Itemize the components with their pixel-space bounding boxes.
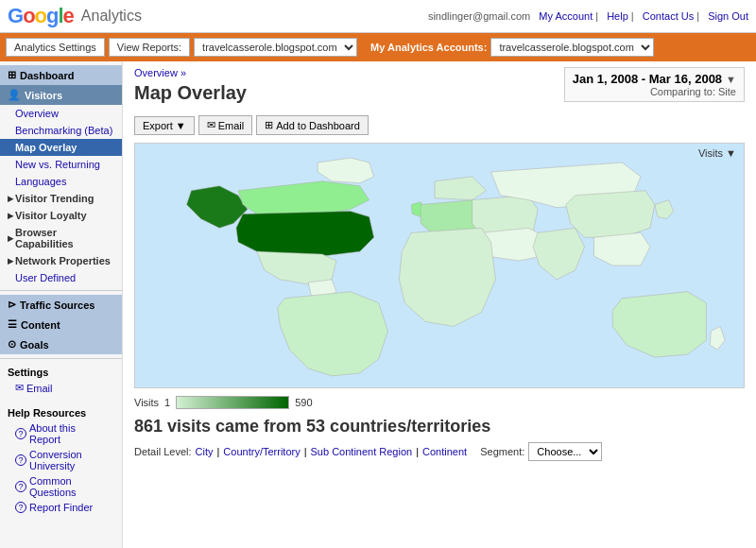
header: Google Analytics sindlinger@gmail.com My… bbox=[0, 0, 756, 33]
visitors-icon: 👤 bbox=[8, 89, 21, 101]
visits-top-label[interactable]: Visits ▼ bbox=[698, 147, 736, 159]
legend-min: 1 bbox=[164, 397, 170, 408]
sidebar-item-user-defined[interactable]: User Defined bbox=[0, 269, 122, 286]
question-icon: ? bbox=[15, 502, 26, 513]
my-account-link[interactable]: My Account bbox=[539, 10, 593, 22]
map-container: Visits ▼ bbox=[134, 143, 745, 388]
east-asia-region[interactable] bbox=[566, 191, 655, 238]
navbar: Analytics Settings View Reports: travelc… bbox=[0, 33, 756, 61]
toolbar: Export ▼ ✉ Email ⊞ Add to Dashboard bbox=[134, 115, 745, 135]
sidebar-browser-capabilities[interactable]: ▶ Browser Capabilities bbox=[0, 224, 122, 252]
triangle-icon: ▶ bbox=[8, 257, 13, 265]
my-analytics-label: My Analytics Accounts: bbox=[370, 42, 487, 53]
account-select[interactable]: travelcasserole.blogspot.com bbox=[194, 38, 357, 57]
help-report-finder[interactable]: ? Report Finder bbox=[8, 500, 114, 515]
email-button[interactable]: ✉ Email bbox=[198, 115, 253, 135]
segment-select[interactable]: Choose... bbox=[528, 442, 602, 461]
export-label: Export bbox=[143, 120, 173, 131]
sidebar: ⊞ Dashboard 👤 Visitors Overview Benchmar… bbox=[0, 61, 123, 548]
sidebar-item-languages[interactable]: Languages bbox=[0, 173, 122, 190]
sidebar-help: Help Resources ? About this Report ? Con… bbox=[0, 400, 122, 519]
sidebar-item-new-vs-returning[interactable]: New vs. Returning bbox=[0, 156, 122, 173]
add-dashboard-button[interactable]: ⊞ Add to Dashboard bbox=[256, 115, 369, 135]
export-button[interactable]: Export ▼ bbox=[134, 116, 195, 135]
map-legend: Visits 1 590 bbox=[134, 396, 745, 409]
legend-max: 590 bbox=[295, 397, 312, 408]
dashboard-label: Dashboard bbox=[20, 70, 74, 81]
help-about-report[interactable]: ? About this Report bbox=[8, 420, 114, 447]
settings-title: Settings bbox=[8, 367, 114, 378]
goals-icon: ⊙ bbox=[8, 338, 16, 351]
sidebar-traffic-sources[interactable]: ⊳ Traffic Sources bbox=[0, 295, 122, 315]
sub-continent-link[interactable]: Sub Continent Region bbox=[311, 446, 413, 457]
settings-email[interactable]: ✉ Email bbox=[8, 380, 114, 396]
help-common-questions[interactable]: ? Common Questions bbox=[8, 473, 114, 500]
content-icon: ☰ bbox=[8, 318, 17, 331]
legend-gradient bbox=[176, 396, 289, 409]
continent-link[interactable]: Continent bbox=[422, 446, 467, 457]
stats-title: 861 visits came from 53 countries/territ… bbox=[134, 417, 745, 437]
detail-bar: Detail Level: City | Country/Territory |… bbox=[134, 442, 745, 461]
sidebar-content[interactable]: ☰ Content bbox=[0, 315, 122, 334]
view-reports-button[interactable]: View Reports: bbox=[109, 38, 190, 57]
city-link[interactable]: City bbox=[196, 446, 214, 457]
email-label: Email bbox=[218, 120, 245, 131]
help-link[interactable]: Help bbox=[607, 10, 628, 22]
question-icon: ? bbox=[15, 454, 26, 466]
triangle-icon: ▶ bbox=[8, 195, 13, 203]
sidebar-visitor-trending[interactable]: ▶ Visitor Trending bbox=[0, 190, 122, 207]
dashboard-icon: ⊞ bbox=[8, 69, 16, 81]
sidebar-network-properties[interactable]: ▶ Network Properties bbox=[0, 252, 122, 269]
date-range-arrow[interactable]: ▼ bbox=[726, 74, 736, 85]
southeast-asia-region[interactable] bbox=[593, 232, 649, 265]
traffic-icon: ⊳ bbox=[8, 299, 16, 311]
analytics-settings-button[interactable]: Analytics Settings bbox=[6, 38, 105, 57]
logo: Google Analytics bbox=[8, 4, 142, 28]
legend-visits-label: Visits bbox=[134, 397, 159, 408]
sign-out-link[interactable]: Sign Out bbox=[708, 10, 748, 22]
sidebar-visitors[interactable]: 👤 Visitors bbox=[0, 85, 122, 105]
analytics-account-select[interactable]: travelcasserole.blogspot.com bbox=[490, 38, 654, 57]
page-title: Map Overlay bbox=[134, 82, 247, 104]
sidebar-divider bbox=[0, 290, 122, 291]
contact-us-link[interactable]: Contact Us bbox=[643, 10, 694, 22]
add-dashboard-label: Add to Dashboard bbox=[276, 120, 360, 131]
add-icon: ⊞ bbox=[265, 119, 273, 131]
question-icon: ? bbox=[15, 428, 26, 439]
help-title: Help Resources bbox=[8, 407, 114, 419]
breadcrumb: Overview » bbox=[134, 67, 247, 78]
sidebar-goals[interactable]: ⊙ Goals bbox=[0, 334, 122, 354]
visitors-label: Visitors bbox=[25, 90, 62, 101]
main-layout: ⊞ Dashboard 👤 Visitors Overview Benchmar… bbox=[0, 61, 756, 548]
breadcrumb-overview-link[interactable]: Overview » bbox=[134, 67, 186, 78]
email-icon: ✉ bbox=[207, 119, 215, 131]
triangle-icon: ▶ bbox=[8, 212, 13, 220]
date-range: Jan 1, 2008 - Mar 16, 2008 bbox=[573, 72, 722, 86]
analytics-logo-text: Analytics bbox=[81, 8, 142, 25]
detail-level-label: Detail Level: bbox=[134, 446, 192, 457]
sidebar-item-overview[interactable]: Overview bbox=[0, 105, 122, 122]
export-arrow-icon: ▼ bbox=[176, 120, 186, 131]
sidebar-settings: Settings ✉ Email bbox=[0, 363, 122, 400]
sidebar-item-map-overlay[interactable]: Map Overlay bbox=[0, 139, 122, 156]
header-user-info: sindlinger@gmail.com My Account | Help |… bbox=[428, 10, 748, 22]
google-logo: Google bbox=[8, 4, 74, 28]
comparing-label: Comparing to: Site bbox=[573, 86, 736, 97]
sidebar-divider-2 bbox=[0, 358, 122, 359]
date-range-box: Jan 1, 2008 - Mar 16, 2008 ▼ Comparing t… bbox=[564, 67, 745, 102]
sidebar-visitor-loyalty[interactable]: ▶ Visitor Loyalty bbox=[0, 207, 122, 224]
world-map-svg bbox=[135, 144, 744, 387]
question-icon: ? bbox=[15, 481, 26, 492]
user-email: sindlinger@gmail.com bbox=[428, 10, 530, 22]
content-area: Overview » Map Overlay Jan 1, 2008 - Mar… bbox=[123, 61, 756, 548]
sidebar-item-benchmarking[interactable]: Benchmarking (Beta) bbox=[0, 122, 122, 139]
triangle-icon: ▶ bbox=[8, 234, 13, 243]
email-icon: ✉ bbox=[15, 382, 24, 394]
country-territory-link[interactable]: Country/Territory bbox=[223, 446, 300, 457]
sidebar-dashboard[interactable]: ⊞ Dashboard bbox=[0, 65, 122, 85]
usa-region[interactable] bbox=[236, 212, 374, 257]
help-conversion-university[interactable]: ? Conversion University bbox=[8, 447, 114, 473]
segment-label: Segment: bbox=[480, 446, 524, 457]
